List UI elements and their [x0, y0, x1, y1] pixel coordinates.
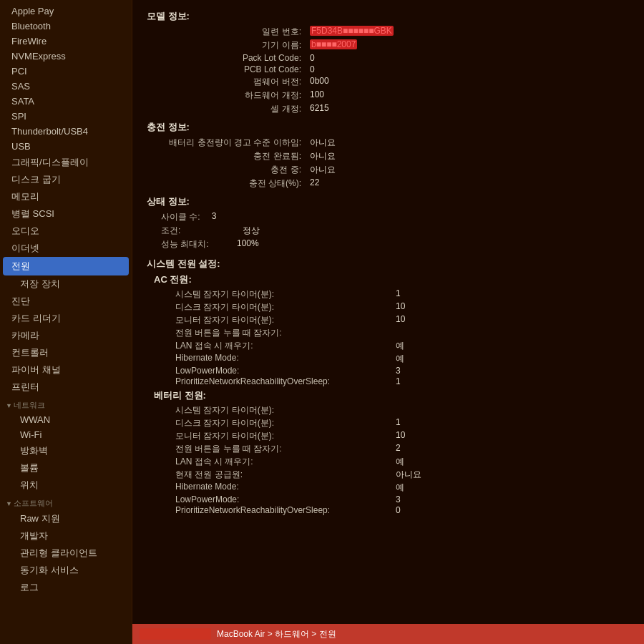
sidebar-item-power[interactable]: 전원 [3, 257, 129, 275]
condition-label: 조건: [161, 225, 204, 237]
battery-field-row-4: LAN 접속 시 깨우기:예 [175, 456, 630, 468]
battery-field-value-0 [396, 404, 630, 416]
device-name-label: 기기 이름: [161, 39, 304, 52]
pcb-lot-label: PCB Lot Code: [161, 64, 304, 74]
charging-label: 충전 중: [161, 164, 304, 176]
battery-field-row-2: 모니터 잠자기 타이머(분):10 [175, 430, 630, 442]
battery-field-label-6: Hibernate Mode: [175, 482, 390, 494]
ac-field-label-3: 전원 버튼을 누를 때 잠자기: [175, 327, 390, 339]
sidebar-item-apple-pay[interactable]: Apple Pay [0, 4, 132, 19]
ac-field-label-4: LAN 접속 시 깨우기: [175, 340, 390, 352]
sidebar-item-camera[interactable]: 카메라 [0, 327, 132, 344]
ac-field-value-7: 1 [396, 376, 630, 386]
ac-field-label-2: 모니터 잠자기 타이머(분): [175, 314, 390, 326]
sidebar-item-sync-service[interactable]: 동기화 서비스 [0, 562, 132, 579]
ac-field-value-0: 1 [396, 288, 630, 301]
ac-power-grid: 시스템 잠자기 타이머(분):1디스크 잠자기 타이머(분):10모니터 잠자기… [147, 288, 630, 386]
sidebar-item-card-reader[interactable]: 카드 리더기 [0, 310, 132, 327]
battery-field-label-3: 전원 버튼을 누를 때 잠자기: [175, 443, 390, 455]
max-capacity-value: 100% [237, 238, 259, 250]
sidebar: Apple Pay Bluetooth FireWire NVMExpress … [0, 0, 132, 644]
firmware-value: 0b00 [310, 76, 630, 88]
sidebar-item-managed-client[interactable]: 관리형 클라이언트 [0, 545, 132, 562]
charging-value: 아니요 [310, 164, 630, 176]
sidebar-item-spi[interactable]: SPI [0, 109, 132, 124]
ac-field-label-6: LowPowerMode: [175, 366, 390, 376]
battery-power-grid: 시스템 잠자기 타이머(분):디스크 잠자기 타이머(분):1모니터 잠자기 타… [147, 404, 630, 515]
cell-rev-label: 셀 개정: [161, 103, 304, 115]
cycle-count-label: 사이클 수: [161, 211, 203, 223]
status-info-title: 상태 정보: [147, 195, 630, 208]
sidebar-item-memory[interactable]: 메모리 [0, 188, 132, 205]
ac-field-value-1: 10 [396, 301, 630, 313]
ac-field-row-2: 모니터 잠자기 타이머(분):10 [175, 314, 630, 326]
full-charge-value: 아니요 [310, 150, 630, 162]
sidebar-item-bluetooth[interactable]: Bluetooth [0, 19, 132, 34]
ac-power-title: AC 전원: [154, 273, 630, 286]
hardware-rev-value: 100 [310, 89, 630, 102]
ac-field-row-5: Hibernate Mode:예 [175, 353, 630, 365]
pcb-lot-row: PCB Lot Code: 0 [161, 64, 630, 74]
serial-number-row: 일련 번호: F5D34B■■■■■■GBK [161, 26, 630, 38]
sidebar-item-disk-size[interactable]: 디스크 굽기 [0, 171, 132, 188]
model-info-title: 모델 정보: [147, 10, 630, 23]
sidebar-item-firewire[interactable]: FireWire [0, 34, 132, 49]
battery-field-value-2: 10 [396, 430, 630, 442]
sidebar-item-parallel-scsi[interactable]: 병렬 SCSI [0, 205, 132, 223]
network-group-label[interactable]: ▼ 네트워크 [0, 396, 132, 412]
ac-field-label-1: 디스크 잠자기 타이머(분): [175, 301, 390, 313]
sidebar-item-fiber-channel[interactable]: 파이버 채널 [0, 361, 132, 379]
hardware-rev-row: 하드웨어 개정: 100 [161, 89, 630, 102]
serial-number-value: F5D34B■■■■■■GBK [310, 26, 630, 38]
battery-field-value-6: 예 [396, 482, 630, 494]
battery-field-label-7: LowPowerMode: [175, 494, 390, 504]
ac-field-row-3: 전원 버튼을 누를 때 잠자기: [175, 327, 630, 339]
battery-field-row-3: 전원 버튼을 누를 때 잠자기:2 [175, 443, 630, 455]
device-name-row: 기기 이름: b■■■■2007 [161, 39, 630, 52]
battery-field-label-0: 시스템 잠자기 타이머(분): [175, 404, 390, 416]
chevron-down-icon2: ▼ [6, 500, 12, 507]
battery-field-row-1: 디스크 잠자기 타이머(분):1 [175, 417, 630, 429]
sidebar-item-controller[interactable]: 컨트롤러 [0, 344, 132, 361]
sidebar-item-firewall[interactable]: 방화벽 [0, 442, 132, 459]
battery-field-row-5: 현재 전원 공급원:아니요 [175, 469, 630, 481]
ac-field-row-0: 시스템 잠자기 타이머(분):1 [175, 288, 630, 301]
sidebar-item-nvmexpress[interactable]: NVMExpress [0, 49, 132, 64]
sidebar-item-graphics[interactable]: 그래픽/디스플레이 [0, 154, 132, 171]
sidebar-item-storage-device[interactable]: 저장 장치 [0, 275, 132, 293]
battery-field-label-4: LAN 접속 시 깨우기: [175, 456, 390, 468]
sidebar-item-developer[interactable]: 개발자 [0, 527, 132, 545]
sidebar-item-pci[interactable]: PCI [0, 64, 132, 79]
ac-field-row-7: PrioritizeNetworkReachabilityOverSleep:1 [175, 376, 630, 386]
battery-field-row-6: Hibernate Mode:예 [175, 482, 630, 494]
sidebar-item-locations[interactable]: 위치 [0, 477, 132, 494]
battery-field-row-7: LowPowerMode:3 [175, 494, 630, 504]
ac-field-row-4: LAN 접속 시 깨우기:예 [175, 340, 630, 352]
sidebar-item-wifi[interactable]: Wi-Fi [0, 427, 132, 442]
sidebar-item-sata[interactable]: SATA [0, 94, 132, 109]
sidebar-item-audio[interactable]: 오디오 [0, 223, 132, 240]
sidebar-item-usb[interactable]: USB [0, 139, 132, 154]
sidebar-item-ethernet[interactable]: 이더넷 [0, 240, 132, 257]
charge-state-row: 충전 상태(%): 22 [161, 177, 630, 190]
sidebar-item-thunderbolt[interactable]: Thunderbolt/USB4 [0, 124, 132, 139]
ac-field-value-5: 예 [396, 353, 630, 365]
sidebar-item-printer[interactable]: 프린터 [0, 379, 132, 396]
sidebar-item-wwan[interactable]: WWAN [0, 412, 132, 427]
ac-field-label-0: 시스템 잠자기 타이머(분): [175, 288, 390, 301]
low-charge-label: 배터리 충전량이 경고 수준 이하임: [161, 137, 304, 149]
sidebar-item-log[interactable]: 로그 [0, 579, 132, 596]
firmware-row: 펌웨어 버전: 0b00 [161, 76, 630, 88]
ac-field-row-1: 디스크 잠자기 타이머(분):10 [175, 301, 630, 313]
sidebar-item-sas[interactable]: SAS [0, 79, 132, 94]
full-charge-row: 충전 완료됨: 아니요 [161, 150, 630, 162]
cycle-count-value: 3 [212, 211, 217, 223]
sidebar-item-raw-support[interactable]: Raw 지원 [0, 510, 132, 527]
battery-field-row-8: PrioritizeNetworkReachabilityOverSleep:0 [175, 505, 630, 515]
battery-field-label-5: 현재 전원 공급원: [175, 469, 390, 481]
cell-rev-value: 6215 [310, 103, 630, 115]
pcb-lot-value: 0 [310, 64, 630, 74]
sidebar-item-diagnosis[interactable]: 진단 [0, 293, 132, 310]
sidebar-item-volumes[interactable]: 볼륨 [0, 459, 132, 477]
software-group-label[interactable]: ▼ 소프트웨어 [0, 494, 132, 510]
